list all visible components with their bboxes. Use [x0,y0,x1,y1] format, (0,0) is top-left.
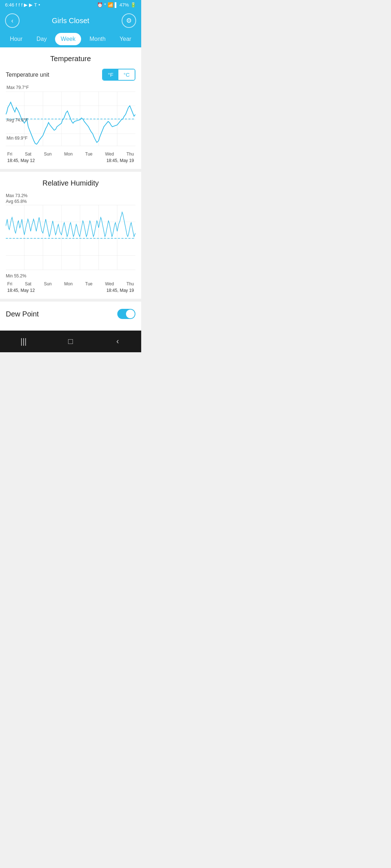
home-icon: □ [68,337,73,346]
hum-day-mon: Mon [64,281,72,286]
day-tue: Tue [85,152,92,157]
hum-day-tue: Tue [85,281,92,286]
unit-row: Temperature unit °F °C [6,69,135,81]
tab-day[interactable]: Day [31,33,52,45]
time: 6:46 [5,2,14,8]
main-content: Temperature Temperature unit °F °C Max 7… [0,47,141,331]
signal-icon: ▌ [115,2,118,8]
status-left: 6:46 f f f ▶ ▶ T • [5,2,40,8]
temp-date-start: 18:45, May 12 [7,158,35,163]
humidity-section: Relative Humidity Max 73.2% Avg 65.8% [0,172,141,299]
temp-min-label: Min 69.9°F [7,136,28,141]
menu-icon: ||| [20,337,26,346]
status-bar: 6:46 f f f ▶ ▶ T • ⏰ * 📶 ▌ 47% 🔋 [0,0,141,10]
temperature-title: Temperature [6,55,135,63]
settings-button[interactable]: ⚙ [122,13,136,28]
humidity-days-row: Fri Sat Sun Mon Tue Wed Thu [6,281,135,286]
day-mon: Mon [64,152,72,157]
nav-menu-button[interactable]: ||| [14,336,33,347]
temp-days-row: Fri Sat Sun Mon Tue Wed Thu [6,152,135,157]
hum-day-thu: Thu [126,281,134,286]
unit-celsius-button[interactable]: °C [118,69,135,80]
dew-point-section: Dew Point [0,302,141,325]
temp-date-end: 18:45, May 19 [106,158,134,163]
temperature-section: Temperature Temperature unit °F °C Max 7… [0,47,141,169]
humidity-title: Relative Humidity [6,179,135,187]
humidity-chart-area: Max 73.2% Avg 65.8% M [6,193,135,278]
hum-date-start: 18:45, May 12 [7,288,35,293]
humidity-max-label: Max 73.2% [6,193,135,198]
dew-point-title: Dew Point [6,310,39,318]
nav-home-button[interactable]: □ [62,336,80,347]
alarm-icon: ⏰ [97,2,103,8]
t-icon: T [34,2,37,8]
humidity-dates-row: 18:45, May 12 18:45, May 19 [6,288,135,293]
hum-day-wed: Wed [105,281,114,286]
tab-month[interactable]: Month [84,33,111,45]
temp-max-label: Max 79.7°F [7,85,29,90]
yt-icon: ▶ [24,2,28,8]
day-thu: Thu [126,152,134,157]
back-button[interactable]: ‹ [5,13,20,28]
humidity-chart [6,204,135,273]
fb-icon3: f [21,2,23,8]
unit-fahrenheit-button[interactable]: °F [103,69,118,80]
unit-label: Temperature unit [6,72,49,78]
day-wed: Wed [105,152,114,157]
day-sun: Sun [44,152,51,157]
status-right: ⏰ * 📶 ▌ 47% 🔋 [97,2,136,8]
temp-avg-label: Avg 74.6°F [7,118,28,123]
wifi-icon: 📶 [108,2,113,8]
tab-hour[interactable]: Hour [4,33,28,45]
fb-icon2: f [18,2,20,8]
temp-dates-row: 18:45, May 12 18:45, May 19 [6,158,135,163]
yt-icon2: ▶ [29,2,33,8]
humidity-avg-label: Avg 65.8% [6,199,135,204]
header-title: Girls Closet [52,17,89,25]
battery-icon: 🔋 [130,2,136,8]
dew-point-toggle[interactable] [117,309,135,319]
hum-day-fri: Fri [7,281,12,286]
header: ‹ Girls Closet ⚙ [0,10,141,33]
day-sat: Sat [25,152,31,157]
bottom-nav: ||| □ ‹ [0,331,141,352]
battery-text: 47% [119,2,129,8]
divider-2 [0,299,141,302]
tab-week[interactable]: Week [55,33,81,45]
tab-year[interactable]: Year [114,33,137,45]
hum-day-sat: Sat [25,281,31,286]
fb-icon: f [16,2,17,8]
hum-day-sun: Sun [44,281,51,286]
nav-back-button[interactable]: ‹ [109,336,127,347]
unit-toggle: °F °C [102,69,135,81]
divider-1 [0,169,141,172]
dot-icon: • [38,2,40,8]
day-fri: Fri [7,152,12,157]
bluetooth-icon: * [104,2,106,8]
back-icon: ‹ [116,337,119,346]
toggle-knob [126,310,135,318]
gear-icon: ⚙ [126,17,132,25]
temperature-chart-area: Max 79.7°F Mi [6,85,135,149]
humidity-min-label: Min 55.2% [6,273,135,278]
hum-date-end: 18:45, May 19 [106,288,134,293]
